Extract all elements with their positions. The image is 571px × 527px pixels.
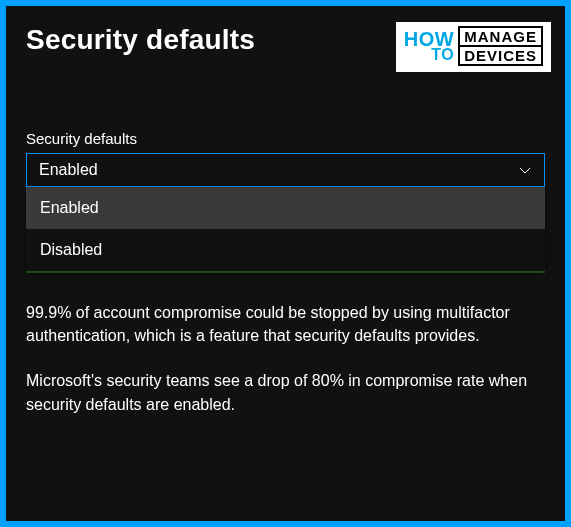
description-paragraph-1: 99.9% of account compromise could be sto… bbox=[26, 301, 545, 347]
logo-text-devices: DEVICES bbox=[458, 47, 543, 66]
description-paragraph-2: Microsoft's security teams see a drop of… bbox=[26, 369, 545, 415]
logo-right: MANAGE DEVICES bbox=[458, 26, 543, 66]
logo-text-to: TO bbox=[431, 48, 454, 62]
security-defaults-select[interactable]: Enabled bbox=[26, 153, 545, 187]
logo-left: HOW TO bbox=[404, 30, 454, 62]
field-underline bbox=[26, 271, 545, 273]
field-label: Security defaults bbox=[26, 130, 545, 147]
dropdown-option-disabled[interactable]: Disabled bbox=[26, 229, 545, 271]
chevron-down-icon bbox=[518, 163, 532, 177]
option-label: Disabled bbox=[40, 241, 102, 259]
panel-header: Security defaults HOW TO MANAGE DEVICES bbox=[26, 24, 545, 72]
option-label: Enabled bbox=[40, 199, 99, 217]
security-defaults-field: Security defaults Enabled Enabled Disabl… bbox=[26, 130, 545, 273]
brand-logo: HOW TO MANAGE DEVICES bbox=[396, 22, 551, 72]
description-text: 99.9% of account compromise could be sto… bbox=[26, 301, 545, 416]
dropdown-list: Enabled Disabled bbox=[26, 187, 545, 271]
logo-text-manage: MANAGE bbox=[458, 26, 543, 47]
security-defaults-panel: Security defaults HOW TO MANAGE DEVICES … bbox=[6, 6, 565, 521]
page-title: Security defaults bbox=[26, 24, 255, 56]
dropdown-option-enabled[interactable]: Enabled bbox=[26, 187, 545, 229]
select-value: Enabled bbox=[39, 161, 98, 179]
